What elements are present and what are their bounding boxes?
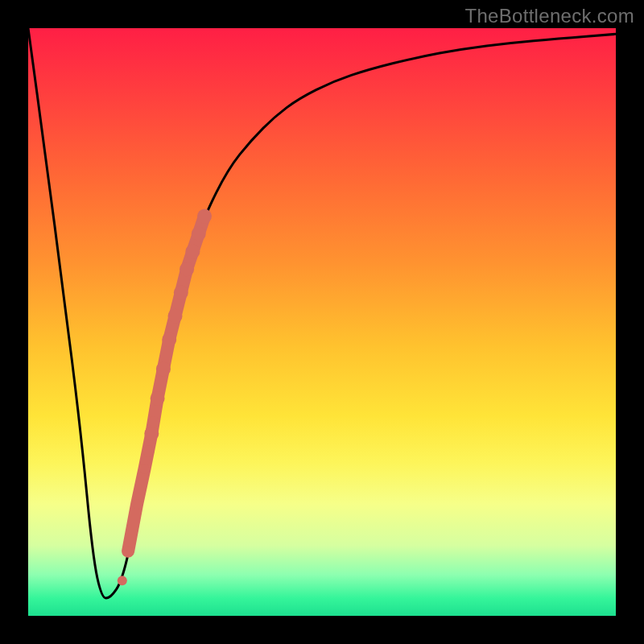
bottleneck-curve [28, 28, 616, 598]
curve-layer [28, 28, 616, 616]
highlight-bead [185, 244, 200, 258]
highlight-bead [140, 464, 150, 474]
highlight-bead [192, 227, 206, 242]
plot-area [28, 28, 616, 616]
highlight-dot [118, 576, 127, 585]
highlight-bead [151, 391, 165, 406]
highlight-dot [148, 416, 159, 427]
highlight-dot [143, 446, 155, 457]
highlight-bead [156, 361, 171, 376]
highlight-bead [174, 286, 188, 300]
chart-frame: TheBottleneck.com [0, 0, 644, 644]
highlight-bead [168, 309, 183, 324]
highlight-bead [197, 209, 212, 224]
attribution-label: TheBottleneck.com [464, 5, 634, 27]
highlight-bead [162, 332, 176, 347]
highlight-bead [144, 427, 159, 441]
highlight-bead [180, 262, 194, 276]
highlight-bead [123, 547, 133, 556]
highlight-bead [132, 499, 142, 509]
highlight-segment [123, 209, 212, 556]
